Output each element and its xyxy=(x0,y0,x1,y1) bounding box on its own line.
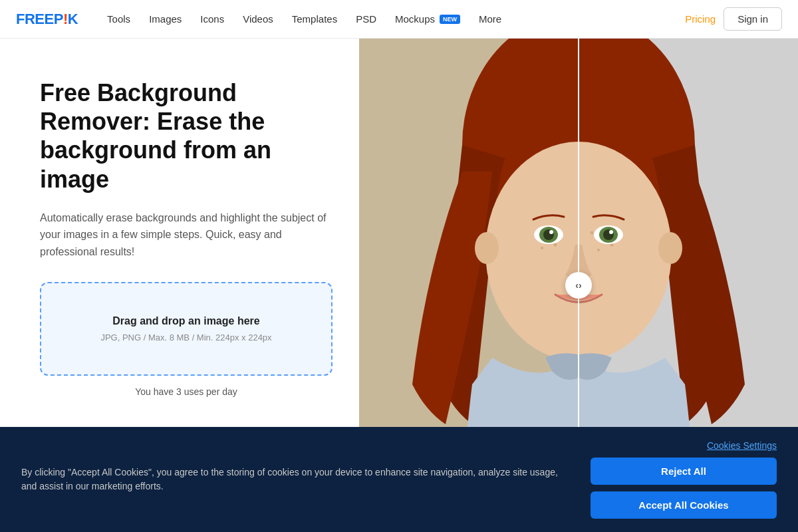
svg-point-6 xyxy=(554,243,557,247)
dropzone[interactable]: Drag and drop an image here JPG, PNG / M… xyxy=(40,282,332,376)
cookie-actions: Cookies Settings Reject All Accept All C… xyxy=(591,440,777,519)
new-badge: NEW xyxy=(440,15,460,24)
reject-all-button[interactable]: Reject All xyxy=(591,458,777,485)
hero-title: Free Background Remover: Erase the backg… xyxy=(40,78,332,194)
signin-button[interactable]: Sign in xyxy=(724,7,782,31)
svg-point-21 xyxy=(475,232,499,264)
dropzone-title: Drag and drop an image here xyxy=(63,315,310,327)
navbar: FREEP!K Tools Images Icons Videos Templa… xyxy=(0,0,798,39)
nav-images[interactable]: Images xyxy=(141,8,190,30)
nav-mockups[interactable]: Mockups NEW xyxy=(387,8,468,30)
nav-icons[interactable]: Icons xyxy=(192,8,232,30)
hero-description: Automatically erase backgrounds and high… xyxy=(40,209,332,261)
nav-more[interactable]: More xyxy=(471,8,509,30)
nav-right: Pricing Sign in xyxy=(685,7,782,31)
dropzone-subtitle: JPG, PNG / Max. 8 MB / Min. 224px x 224p… xyxy=(63,332,310,342)
svg-point-19 xyxy=(549,230,553,234)
svg-point-7 xyxy=(541,247,543,249)
nav-tools[interactable]: Tools xyxy=(99,8,138,30)
cookie-banner: By clicking "Accept All Cookies", you ag… xyxy=(0,427,798,532)
nav-templates[interactable]: Templates xyxy=(284,8,345,30)
accept-all-cookies-button[interactable]: Accept All Cookies xyxy=(591,491,777,519)
logo-text: FREEP!K xyxy=(16,11,78,28)
slider-handle[interactable]: ‹› xyxy=(565,272,592,299)
nav-links: Tools Images Icons Videos Templates PSD … xyxy=(99,8,685,30)
uses-text: You have 3 uses per day xyxy=(40,386,332,397)
logo[interactable]: FREEP!K xyxy=(16,11,78,28)
cookie-text: By clicking "Accept All Cookies", you ag… xyxy=(21,466,564,493)
nav-psd[interactable]: PSD xyxy=(348,8,384,30)
cookies-settings-link[interactable]: Cookies Settings xyxy=(591,440,777,451)
pricing-link[interactable]: Pricing xyxy=(685,13,716,25)
slider-arrows-icon: ‹› xyxy=(575,280,581,291)
nav-videos[interactable]: Videos xyxy=(235,8,281,30)
